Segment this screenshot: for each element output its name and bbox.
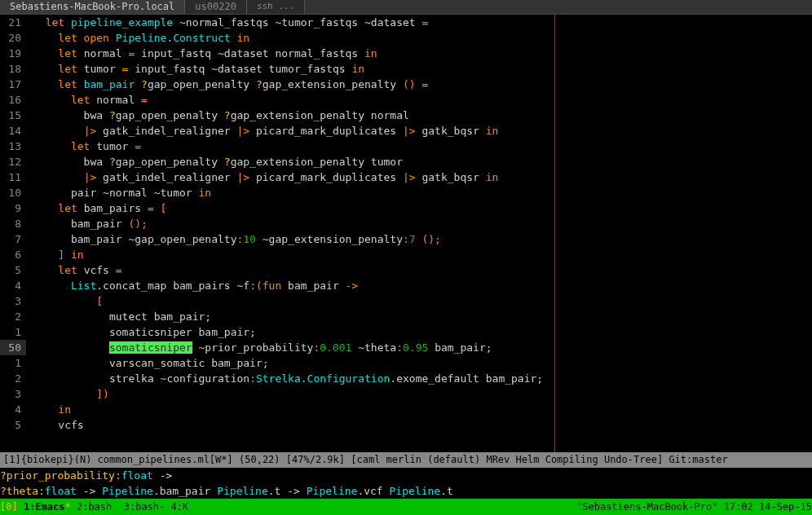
line-number: 15 — [0, 108, 26, 123]
code-line: |> gatk_indel_realigner |> picard_mark_d… — [26, 123, 498, 139]
code-line: mutect bam_pair; — [26, 309, 211, 324]
code-line: ] in — [26, 247, 84, 262]
line-number: 3 — [0, 293, 26, 309]
code-line: bwa ?gap_open_penalty ?gap_extension_pen… — [26, 108, 409, 123]
line-number: 21 — [0, 15, 26, 30]
tab-ssh[interactable]: ssh ... — [247, 0, 305, 14]
code-line: List.concat_map bam_pairs ~f:(fun bam_pa… — [26, 278, 358, 293]
line-number: 14 — [0, 123, 26, 139]
line-number: 5 — [0, 262, 26, 278]
fill-column-indicator — [554, 15, 555, 452]
line-number: 8 — [0, 216, 26, 231]
emacs-modeline: [1]{biokepi}(N) common_pipelines.ml[W*] … — [0, 452, 812, 468]
line-number — [0, 433, 26, 448]
code-line: let pipeline_example ~normal_fastqs ~tum… — [26, 15, 428, 30]
code-line: let tumor = input_fastq ~dataset tumor_f… — [26, 61, 364, 77]
code-line: strelka ~configuration:Strelka.Configura… — [26, 371, 543, 386]
line-number: 5 — [0, 417, 26, 433]
code-line: pair ~normal ~tumor in — [26, 185, 211, 200]
line-number: 10 — [0, 185, 26, 200]
code-line: [ — [26, 293, 103, 309]
code-line-current: somaticsniper ~prior_probability:0.001 ~… — [26, 340, 492, 355]
line-number: 11 — [0, 169, 26, 185]
line-number: 1 — [0, 355, 26, 371]
code-line: vcfs — [26, 417, 84, 433]
tmux-status-bar: [0] 1:Emacs* 2:bash 3:bash- 4:K "Sebasti… — [0, 499, 812, 515]
tmux-session[interactable]: [0] — [0, 501, 24, 513]
tmux-right: "Sebastiens-MacBook-Pro" 17:02 14-Sep-15 — [576, 499, 812, 515]
code-line: bam_pair ~gap_open_penalty:10 ~gap_exten… — [26, 231, 441, 247]
line-number: 6 — [0, 247, 26, 262]
line-number: 4 — [0, 402, 26, 417]
cursor-highlight: somaticsniper — [109, 341, 192, 354]
line-number: 17 — [0, 77, 26, 92]
line-number: 7 — [0, 231, 26, 247]
code-line: varscan_somatic bam_pair; — [26, 355, 269, 371]
line-number: 4 — [0, 278, 26, 293]
code-line: let vcfs = — [26, 262, 122, 278]
terminal-tab-bar: Sebastiens-MacBook-Pro.local us00220 ssh… — [0, 0, 812, 15]
code-line — [26, 433, 33, 448]
tmux-active-star: * — [64, 501, 70, 513]
line-number: 2 — [0, 371, 26, 386]
line-number-current: 50 — [0, 340, 26, 355]
code-line: bwa ?gap_open_penalty ?gap_extension_pen… — [26, 154, 403, 169]
line-number: 1 — [0, 324, 26, 340]
code-line: bam_pair (); — [26, 216, 148, 231]
code-line: let tumor = — [26, 139, 141, 154]
line-number: 2 — [0, 309, 26, 324]
code-line: let normal = — [26, 92, 148, 108]
line-number: 3 — [0, 386, 26, 402]
line-number: 9 — [0, 200, 26, 216]
editor-pane[interactable]: 21 let pipeline_example ~normal_fastqs ~… — [0, 15, 812, 452]
code-line: let bam_pairs = [ — [26, 200, 166, 216]
code-line: in — [26, 402, 71, 417]
line-number: 20 — [0, 30, 26, 46]
line-number: 13 — [0, 139, 26, 154]
merlin-type-hints: ?prior_probability:float -> ?theta:float… — [0, 468, 812, 499]
tab-remote[interactable]: us00220 — [185, 0, 247, 14]
code-line: |> gatk_indel_realigner |> picard_mark_d… — [26, 169, 498, 185]
code-line: ]) — [26, 386, 109, 402]
line-number: 16 — [0, 92, 26, 108]
code-line: let normal = input_fastq ~dataset normal… — [26, 46, 377, 61]
code-line: let bam_pair ?gap_open_penalty ?gap_exte… — [26, 77, 428, 92]
code-line: let open Pipeline.Construct in — [26, 30, 249, 46]
tab-local[interactable]: Sebastiens-MacBook-Pro.local — [0, 0, 185, 14]
tmux-window-active[interactable]: 1:Emacs — [24, 501, 65, 513]
line-number: 12 — [0, 154, 26, 169]
line-number: 19 — [0, 46, 26, 61]
tmux-windows[interactable]: 2:bash 3:bash- 4:K — [71, 501, 189, 513]
code-line: somaticsniper bam_pair; — [26, 324, 256, 340]
line-number: 18 — [0, 61, 26, 77]
